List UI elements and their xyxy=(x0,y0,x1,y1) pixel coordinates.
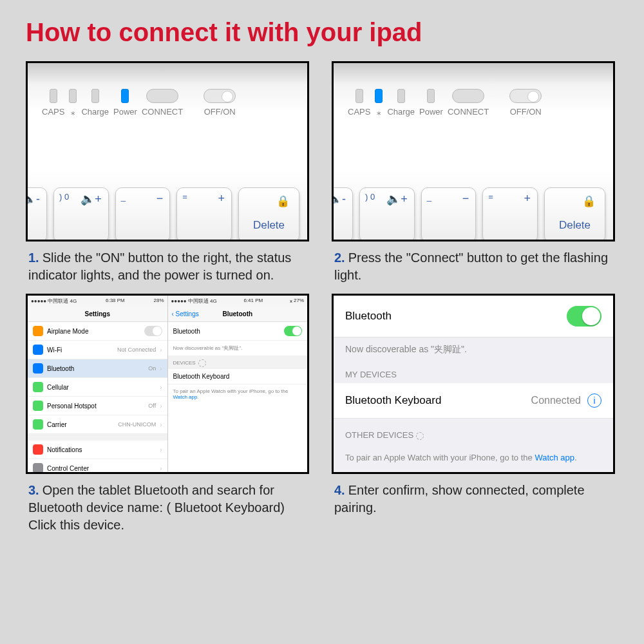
key-vol-down: 🔈- xyxy=(26,187,47,242)
caps-label: CAPS xyxy=(42,107,64,117)
key-delete: Delete🔒 xyxy=(238,187,299,242)
keyboard-photo-2: CAPS ⁎ Charge Power CONNECT OFF/ON 🔈- ) … xyxy=(332,61,615,242)
other-devices-header: OTHER DEVICES xyxy=(334,419,613,444)
step-3-caption: 3.Open the tablet Bluetooth and search f… xyxy=(26,474,312,534)
device-name: Bluetooth Keyboard xyxy=(345,394,441,407)
power-label: Power xyxy=(113,107,137,117)
watch-app-link[interactable]: Watch app xyxy=(173,394,198,400)
spinner-icon xyxy=(416,432,424,440)
my-devices-header: MY DEVICES xyxy=(334,358,613,383)
settings-row[interactable]: Control Center› xyxy=(28,459,167,474)
bt-label: ⁎ xyxy=(71,107,75,117)
settings-row[interactable]: Cellular› xyxy=(28,378,167,397)
step-3: ●●●●● 中国联通 4G6:38 PM28% Settings Airplan… xyxy=(26,294,312,534)
settings-row[interactable]: BluetoothOn› xyxy=(28,359,167,378)
discoverable-note: Now discoverable as "夹脚趾". xyxy=(168,341,308,355)
connect-label: CONNECT xyxy=(142,107,183,117)
device-row[interactable]: Bluetooth Keyboard Connected i xyxy=(334,383,613,419)
bluetooth-toggle-row[interactable]: Bluetooth xyxy=(168,322,308,341)
back-link[interactable]: ‹ Settings xyxy=(172,310,199,317)
power-switch xyxy=(204,89,236,103)
step-1-caption: 1.Slide the "ON" button to the right, th… xyxy=(26,242,312,284)
key-plus: =+ xyxy=(176,187,232,242)
toggle-on-icon[interactable] xyxy=(284,326,302,336)
bluetooth-label: Bluetooth xyxy=(345,310,392,323)
discoverable-note: Now discoverable as "夹脚趾". xyxy=(334,337,613,358)
settings-row[interactable]: Airplane Mode xyxy=(28,322,167,341)
spinner-icon xyxy=(198,359,206,367)
lock-icon: 🔒 xyxy=(276,194,290,208)
devices-header: DEVICES xyxy=(173,360,196,366)
watch-note: To pair an Apple Watch with your iPhone,… xyxy=(168,384,308,404)
info-icon[interactable]: i xyxy=(587,393,601,408)
key-0: ) 0🔈+ xyxy=(53,187,109,242)
ios-bluetooth-connected-screenshot: Bluetooth Now discoverable as "夹脚趾". MY … xyxy=(332,294,615,474)
watch-app-link[interactable]: Watch app xyxy=(535,453,574,462)
step-2-caption: 2.Press the "Connect" button to get the … xyxy=(332,242,618,284)
bluetooth-toggle-row[interactable]: Bluetooth xyxy=(334,296,613,337)
bt-keyboard-row[interactable]: Bluetooth Keyboard xyxy=(168,369,308,384)
charge-label: Charge xyxy=(81,107,109,117)
step-1: CAPS ⁎ Charge Power CONNECT OFF/ON 🔈- ) … xyxy=(26,61,312,284)
connect-button xyxy=(146,89,178,103)
settings-row[interactable]: CarrierCHN-UNICOM› xyxy=(28,415,167,434)
ios-settings-screenshot: ●●●●● 中国联通 4G6:38 PM28% Settings Airplan… xyxy=(26,294,309,474)
settings-title: Settings xyxy=(28,307,167,322)
settings-row[interactable]: Wi-FiNot Connected› xyxy=(28,341,167,359)
step-4-caption: 4.Enter confirm, show connected, complet… xyxy=(332,474,618,516)
step-2: CAPS ⁎ Charge Power CONNECT OFF/ON 🔈- ) … xyxy=(332,61,618,284)
key-minus: _− xyxy=(115,187,171,242)
watch-note: To pair an Apple Watch with your iPhone,… xyxy=(334,444,613,471)
keyboard-photo-1: CAPS ⁎ Charge Power CONNECT OFF/ON 🔈- ) … xyxy=(26,61,309,242)
settings-row[interactable]: Notifications› xyxy=(28,440,167,459)
settings-row[interactable]: Personal HotspotOff› xyxy=(28,397,167,415)
page-title: How to connect it with your ipad xyxy=(0,0,644,61)
step-4: Bluetooth Now discoverable as "夹脚趾". MY … xyxy=(332,294,618,534)
steps-grid: CAPS ⁎ Charge Power CONNECT OFF/ON 🔈- ) … xyxy=(0,61,644,534)
offon-label: OFF/ON xyxy=(204,107,236,117)
toggle-on-icon[interactable] xyxy=(567,306,601,327)
connected-status: Connected xyxy=(531,395,581,406)
bluetooth-title: ‹ SettingsBluetooth xyxy=(168,307,308,322)
